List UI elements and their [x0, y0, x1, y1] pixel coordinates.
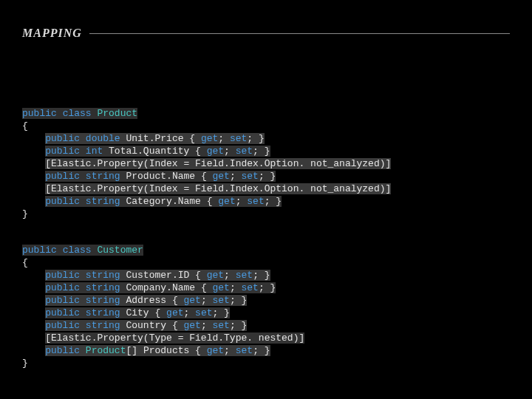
text: {: [195, 282, 212, 293]
text: {: [166, 295, 183, 306]
text: ; }: [253, 146, 270, 157]
type: string: [86, 196, 120, 207]
kw: get: [201, 133, 218, 144]
kw: set: [236, 345, 253, 356]
brace-close: }: [22, 358, 28, 369]
text: ;: [201, 295, 213, 306]
array-suffix: []: [126, 345, 137, 356]
attribute: [Elastic.Property(Index = Field.Index.Op…: [45, 183, 391, 194]
kw: get: [213, 171, 230, 182]
kw: set: [230, 133, 247, 144]
text: ; }: [230, 320, 247, 331]
code-block-customer: public class Customer { public string Cu…: [22, 244, 304, 369]
ident: Country: [126, 320, 166, 331]
brace-open: {: [22, 120, 28, 132]
type: Product: [86, 345, 126, 356]
kw: public: [45, 133, 80, 144]
text: ; }: [253, 345, 270, 356]
text: ; }: [259, 282, 276, 293]
kw: public: [45, 270, 80, 281]
text: ; }: [213, 307, 230, 318]
text: {: [189, 146, 206, 157]
kw: get: [166, 307, 183, 318]
text: ;: [230, 171, 242, 182]
kw: public: [45, 196, 80, 207]
text: ;: [224, 270, 236, 281]
text: ;: [184, 307, 196, 318]
kw-class: class: [63, 245, 92, 256]
kw: set: [236, 270, 253, 281]
kw: public: [45, 146, 80, 157]
brace-close: }: [22, 208, 28, 219]
kw: public: [45, 345, 80, 356]
text: ; }: [259, 171, 276, 182]
kw: set: [213, 320, 230, 331]
kw: get: [207, 146, 224, 157]
kw: set: [195, 307, 212, 318]
kw-public: public: [22, 245, 57, 256]
type: string: [86, 295, 120, 306]
ident: Product.Name: [126, 171, 195, 182]
text: {: [149, 307, 166, 318]
kw: get: [207, 270, 224, 281]
type: string: [86, 320, 120, 331]
brace-open: {: [22, 257, 28, 268]
kw: public: [45, 307, 80, 318]
kw-class: class: [63, 108, 92, 119]
header-divider: [89, 33, 510, 34]
text: ;: [218, 133, 230, 144]
text: {: [189, 345, 206, 356]
type: int: [86, 146, 103, 157]
type: double: [86, 133, 120, 144]
attribute: [Elastic.Property(Index = Field.Index.Op…: [45, 158, 391, 169]
text: ; }: [247, 133, 264, 144]
kw: get: [213, 282, 230, 293]
text: ; }: [265, 196, 282, 207]
attribute: [Elastic.Property(Type = Field.Type. nes…: [45, 332, 304, 344]
text: {: [189, 270, 206, 281]
text: ;: [236, 196, 248, 207]
class-name-product: Product: [97, 108, 137, 119]
kw: get: [183, 295, 200, 306]
ident: Total.Quantity: [109, 146, 189, 157]
ident: Address: [126, 295, 166, 306]
ident: Unit.Price: [126, 133, 183, 144]
kw: set: [236, 146, 253, 157]
kw: public: [45, 171, 80, 182]
kw: set: [213, 295, 230, 306]
kw: get: [183, 320, 200, 331]
text: ;: [230, 282, 242, 293]
kw: set: [242, 171, 259, 182]
text: ; }: [230, 295, 247, 306]
ident: Category.Name: [126, 196, 200, 207]
kw: public: [45, 282, 80, 293]
text: ; }: [253, 270, 270, 281]
ident: Products: [143, 345, 189, 356]
text: {: [195, 171, 212, 182]
type: string: [86, 307, 120, 318]
text: ;: [224, 345, 236, 356]
text: ;: [201, 320, 213, 331]
kw-public: public: [22, 108, 57, 119]
header-row: MAPPING: [22, 27, 510, 40]
slide: MAPPING public class Product { public do…: [0, 0, 532, 399]
text: {: [201, 196, 218, 207]
text: {: [183, 133, 200, 144]
text: ;: [224, 146, 236, 157]
kw: set: [247, 196, 264, 207]
kw: get: [207, 345, 224, 356]
type: string: [86, 270, 120, 281]
kw: public: [45, 295, 80, 306]
code-block-product: public class Product { public double Uni…: [22, 107, 391, 220]
kw: get: [218, 196, 235, 207]
type: string: [86, 171, 120, 182]
ident: Company.Name: [126, 282, 195, 293]
class-name-customer: Customer: [97, 245, 143, 256]
slide-title: MAPPING: [22, 27, 89, 40]
kw: public: [45, 320, 80, 331]
kw: set: [242, 282, 259, 293]
ident: City: [126, 307, 149, 318]
ident: Customer.ID: [126, 270, 189, 281]
text: {: [166, 320, 183, 331]
type: string: [86, 282, 120, 293]
